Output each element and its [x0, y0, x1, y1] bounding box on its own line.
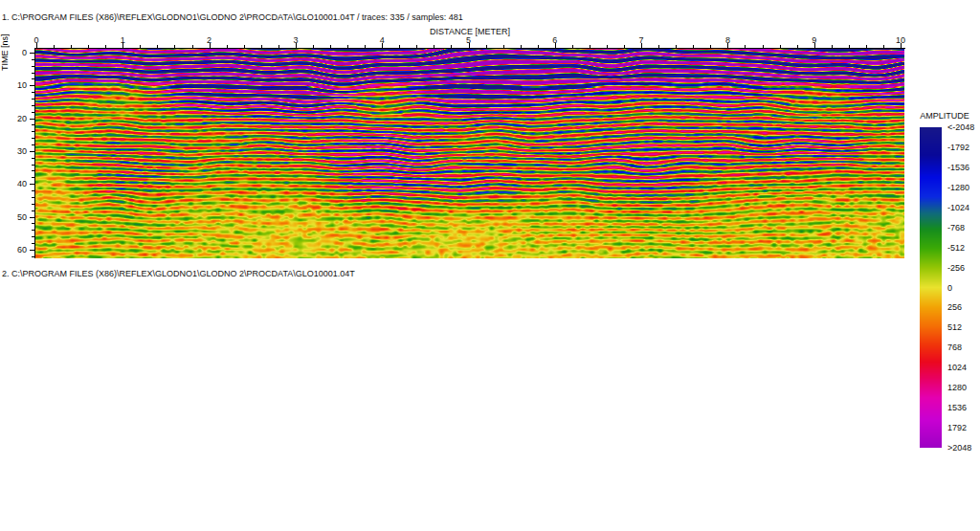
y-minor-tick: [32, 223, 34, 224]
y-minor-tick: [32, 190, 34, 191]
x-minor-tick: [780, 45, 781, 48]
x-minor-tick: [365, 45, 366, 48]
x-tick-label: 2: [207, 35, 212, 45]
x-minor-tick: [607, 45, 608, 48]
y-tick-label: 50: [0, 212, 27, 222]
y-minor-tick: [32, 144, 34, 145]
amplitude-tick-label: -512: [947, 243, 965, 253]
x-minor-tick: [105, 45, 106, 48]
y-minor-tick: [32, 170, 34, 171]
amplitude-tick-label: -1280: [947, 183, 969, 192]
x-tick-label: 8: [725, 35, 730, 45]
y-minor-tick: [32, 177, 34, 178]
amplitude-tick-label: 768: [947, 343, 962, 352]
amplitude-tick-label: -256: [947, 263, 965, 273]
reflexw-profile-window: 1. C:\PROGRAM FILES (X86)\REFLEX\GLODNO1…: [0, 0, 980, 531]
amplitude-tick-label: -1536: [947, 163, 969, 172]
x-minor-tick: [434, 45, 434, 48]
x-tick-label: 3: [293, 35, 298, 45]
x-minor-tick: [157, 45, 158, 48]
y-minor-tick: [32, 66, 34, 67]
x-minor-tick: [416, 45, 417, 48]
x-tick-label: 6: [552, 35, 557, 45]
x-minor-tick: [710, 45, 711, 48]
y-minor-tick: [32, 112, 34, 113]
x-tick-label: 5: [466, 35, 471, 45]
x-minor-tick: [676, 45, 677, 48]
y-minor-tick: [32, 59, 34, 60]
y-tick-label: 20: [0, 114, 27, 123]
x-minor-tick: [883, 45, 884, 48]
amplitude-tick-label: 1280: [947, 383, 967, 392]
x-minor-tick: [313, 45, 314, 48]
x-tick-label: 0: [33, 35, 38, 45]
x-minor-tick: [763, 45, 764, 48]
x-tick-label: 10: [896, 35, 905, 45]
x-minor-tick: [658, 45, 659, 48]
x-minor-tick: [745, 45, 746, 48]
y-minor-tick: [32, 197, 34, 198]
amplitude-tick-label: -1024: [947, 203, 969, 212]
x-minor-tick: [261, 45, 262, 48]
y-minor-tick: [32, 210, 34, 211]
x-minor-tick: [538, 45, 539, 48]
x-minor-tick: [227, 45, 228, 48]
y-tick-label: 40: [0, 179, 27, 188]
y-major-tick: [30, 85, 34, 86]
y-tick-label: 60: [0, 245, 27, 254]
colorbar-canvas: [920, 127, 942, 448]
amplitude-tick-label: -768: [947, 223, 965, 232]
y-major-tick: [30, 217, 34, 218]
y-tick-label: 10: [0, 80, 27, 90]
x-minor-tick: [278, 45, 279, 48]
x-minor-tick: [192, 45, 193, 48]
x-minor-tick: [590, 45, 590, 48]
x-minor-tick: [832, 45, 833, 48]
y-minor-tick: [32, 243, 34, 244]
y-minor-tick: [32, 78, 34, 79]
amplitude-tick-label: <-2048: [947, 122, 974, 132]
x-tick-label: 1: [121, 35, 125, 45]
y-minor-tick: [32, 204, 34, 205]
x-minor-tick: [797, 45, 798, 48]
y-minor-tick: [32, 105, 34, 106]
x-minor-tick: [521, 45, 522, 48]
x-minor-tick: [88, 45, 89, 48]
y-minor-tick: [32, 236, 34, 237]
x-tick-label: 7: [639, 35, 644, 45]
x-minor-tick: [572, 45, 573, 48]
x-minor-tick: [486, 45, 487, 48]
y-minor-tick: [32, 256, 34, 257]
amplitude-tick-label: 1024: [947, 363, 967, 372]
x-minor-tick: [866, 45, 867, 48]
x-minor-tick: [244, 45, 245, 48]
y-minor-tick: [32, 138, 34, 139]
y-minor-tick: [32, 99, 34, 100]
amplitude-tick-label: >2048: [947, 443, 971, 453]
y-minor-tick: [32, 124, 34, 125]
y-minor-tick: [32, 73, 34, 74]
x-minor-tick: [71, 45, 72, 48]
x-minor-tick: [693, 45, 694, 48]
x-minor-tick: [54, 45, 55, 48]
y-minor-tick: [32, 158, 34, 159]
y-minor-tick: [32, 92, 34, 93]
amplitude-tick-label: -1792: [947, 143, 969, 152]
x-minor-tick: [503, 45, 504, 48]
y-major-tick: [30, 184, 34, 185]
amplitude-tick-label: 1792: [947, 423, 967, 432]
y-tick-label: 30: [0, 146, 27, 156]
x-tick-label: 9: [812, 35, 816, 45]
radargram-canvas[interactable]: [35, 49, 904, 258]
y-major-tick: [30, 53, 34, 54]
y-minor-tick: [32, 131, 34, 132]
x-minor-tick: [347, 45, 348, 48]
x-tick-label: 4: [380, 35, 385, 45]
file-info-line-2: 2. C:\PROGRAM FILES (X86)\REFLEX\GLODNO1…: [2, 269, 355, 279]
x-minor-tick: [399, 45, 400, 48]
x-minor-tick: [849, 45, 850, 48]
x-minor-tick: [140, 45, 141, 48]
y-minor-tick: [32, 230, 34, 231]
amplitude-legend-title: AMPLITUDE: [920, 111, 969, 121]
x-minor-tick: [330, 45, 331, 48]
